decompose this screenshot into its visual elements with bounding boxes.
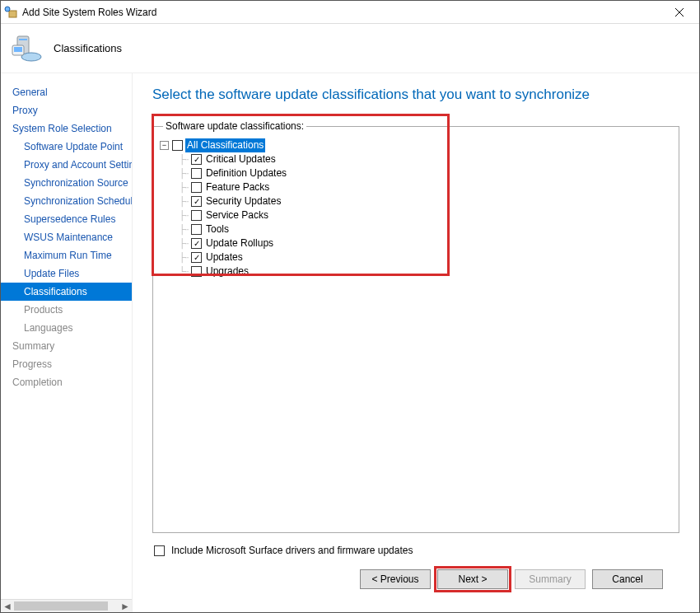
tree-item-definition-updates[interactable]: ├··Definition Updates — [160, 166, 672, 180]
page-heading: Select the software update classificatio… — [152, 87, 679, 103]
nav-item-wsus-maintenance[interactable]: WSUS Maintenance — [1, 228, 132, 246]
wizard-body: GeneralProxySystem Role SelectionSoftwar… — [1, 73, 699, 612]
item-label[interactable]: Feature Packs — [204, 180, 271, 194]
previous-button[interactable]: < Previous — [360, 569, 431, 589]
tree-connector: └·· — [176, 264, 191, 278]
nav-item-proxy[interactable]: Proxy — [1, 101, 132, 119]
nav-item-proxy-and-account-settings[interactable]: Proxy and Account Settings — [1, 156, 132, 174]
scroll-left-icon[interactable]: ◄ — [1, 600, 14, 612]
item-checkbox[interactable] — [191, 252, 202, 263]
main-panel: Select the software update classificatio… — [133, 73, 699, 612]
item-checkbox[interactable] — [191, 168, 202, 179]
item-label[interactable]: Service Packs — [204, 208, 270, 222]
item-label[interactable]: Updates — [204, 250, 245, 264]
item-label[interactable]: Tools — [204, 222, 231, 236]
tree-connector: ├·· — [176, 180, 191, 194]
include-surface-label: Include Microsoft Surface drivers and fi… — [171, 545, 413, 556]
tree-item-upgrades[interactable]: └··Upgrades — [160, 264, 672, 278]
item-checkbox[interactable] — [191, 210, 202, 221]
tree-item-security-updates[interactable]: ├··Security Updates — [160, 194, 672, 208]
nav-item-languages: Languages — [1, 319, 132, 337]
include-surface-row[interactable]: Include Microsoft Surface drivers and fi… — [154, 545, 678, 556]
next-button[interactable]: Next > — [437, 569, 508, 589]
nav-sidebar: GeneralProxySystem Role SelectionSoftwar… — [1, 73, 133, 612]
server-icon — [9, 32, 42, 65]
svg-point-1 — [5, 7, 10, 12]
item-checkbox[interactable] — [191, 182, 202, 193]
tree-item-tools[interactable]: ├··Tools — [160, 222, 672, 236]
tree-item-critical-updates[interactable]: ├··Critical Updates — [160, 152, 672, 166]
close-button[interactable] — [663, 1, 696, 24]
tree-root[interactable]: −All Classifications — [160, 138, 672, 152]
nav-item-classifications[interactable]: Classifications — [1, 283, 132, 301]
item-label[interactable]: Definition Updates — [204, 166, 288, 180]
item-checkbox[interactable] — [191, 266, 202, 277]
item-label[interactable]: Security Updates — [204, 194, 282, 208]
nav-item-system-role-selection[interactable]: System Role Selection — [1, 119, 132, 138]
tree-item-service-packs[interactable]: ├··Service Packs — [160, 208, 672, 222]
item-checkbox[interactable] — [191, 238, 202, 249]
scroll-thumb[interactable] — [14, 601, 108, 611]
expander-icon[interactable]: − — [160, 141, 169, 150]
tree-connector: ├·· — [176, 208, 191, 222]
tree-connector: ├·· — [176, 194, 191, 208]
titlebar: Add Site System Roles Wizard — [1, 1, 699, 24]
svg-point-6 — [21, 53, 41, 61]
scroll-track[interactable] — [14, 600, 119, 612]
nav-item-products: Products — [1, 301, 132, 319]
classifications-tree[interactable]: −All Classifications├··Critical Updates├… — [160, 138, 672, 278]
svg-rect-5 — [19, 39, 27, 40]
close-icon — [675, 8, 684, 16]
nav-item-progress: Progress — [1, 355, 132, 373]
root-checkbox[interactable] — [172, 140, 183, 151]
tree-connector: ├·· — [176, 222, 191, 236]
item-checkbox[interactable] — [191, 196, 202, 207]
wizard-header: Classifications — [1, 24, 699, 73]
tree-connector: ├·· — [176, 152, 191, 166]
wizard-icon — [4, 6, 17, 19]
scroll-right-icon[interactable]: ► — [119, 600, 132, 612]
item-checkbox[interactable] — [191, 224, 202, 235]
tree-connector: ├·· — [176, 166, 191, 180]
wizard-footer: < Previous Next > Summary Cancel — [152, 564, 679, 612]
nav-item-summary: Summary — [1, 337, 132, 355]
nav-item-supersedence-rules[interactable]: Supersedence Rules — [1, 210, 132, 228]
svg-rect-0 — [9, 11, 16, 17]
nav-item-software-update-point[interactable]: Software Update Point — [1, 138, 132, 156]
item-label[interactable]: Update Rollups — [204, 236, 275, 250]
nav-item-maximum-run-time[interactable]: Maximum Run Time — [1, 246, 132, 264]
nav-item-synchronization-source[interactable]: Synchronization Source — [1, 174, 132, 192]
classifications-group: Software update classifications: −All Cl… — [152, 126, 679, 533]
nav-item-synchronization-schedule[interactable]: Synchronization Schedule — [1, 192, 132, 210]
item-label[interactable]: Critical Updates — [204, 152, 278, 166]
tree-item-updates[interactable]: ├··Updates — [160, 250, 672, 264]
tree-connector: ├·· — [176, 236, 191, 250]
summary-button: Summary — [515, 569, 586, 589]
item-label[interactable]: Upgrades — [204, 264, 250, 278]
include-surface-checkbox[interactable] — [154, 545, 165, 556]
window-title: Add Site System Roles Wizard — [22, 7, 663, 18]
wizard-window: Add Site System Roles Wizard Classificat… — [0, 0, 700, 613]
nav-item-general[interactable]: General — [1, 83, 132, 101]
svg-rect-8 — [14, 47, 22, 52]
tree-connector: ├·· — [176, 250, 191, 264]
nav-item-update-files[interactable]: Update Files — [1, 264, 132, 283]
next-button-wrap: Next > — [437, 569, 508, 589]
nav-scrollbar[interactable]: ◄ ► — [1, 599, 132, 612]
root-label[interactable]: All Classifications — [185, 138, 265, 152]
page-name: Classifications — [54, 42, 122, 54]
group-label: Software update classifications: — [163, 120, 306, 132]
tree-item-update-rollups[interactable]: ├··Update Rollups — [160, 236, 672, 250]
nav-item-completion: Completion — [1, 373, 132, 391]
tree-item-feature-packs[interactable]: ├··Feature Packs — [160, 180, 672, 194]
cancel-button[interactable]: Cancel — [592, 569, 663, 589]
item-checkbox[interactable] — [191, 154, 202, 165]
